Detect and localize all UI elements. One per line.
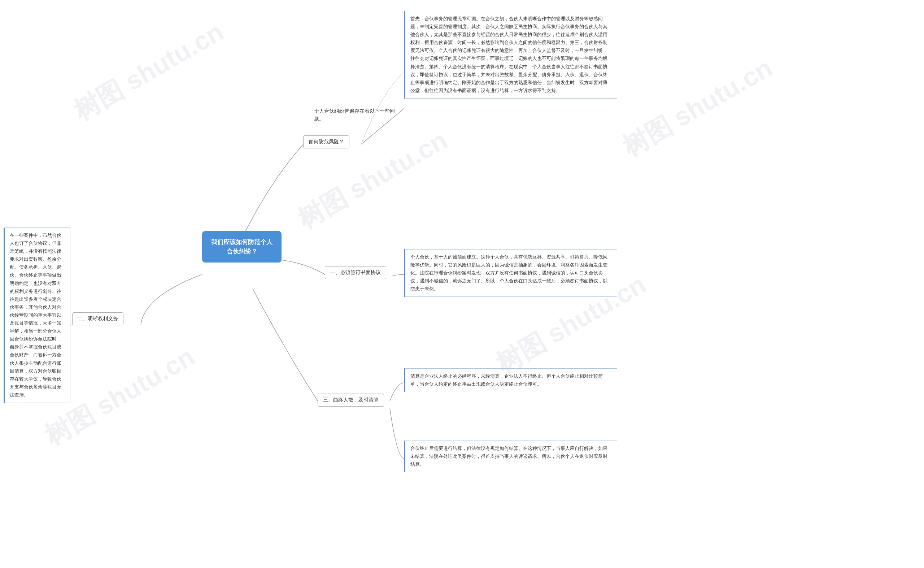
central-label: 我们应该如何防范个人合伙纠纷？ bbox=[211, 239, 273, 255]
top-right-label: 个人合伙纠纷普遍存在着以下一些问题。 bbox=[314, 107, 401, 123]
right-bottom-box-2: 合伙终止后需要进行结算，但法律没有规定如何结算。在这种情况下，当事人应自行解决，… bbox=[404, 441, 617, 472]
branch-label-1: 如何防范风险？ bbox=[309, 139, 344, 144]
sub-branch-written-agreement: 一、必须签订书面协议 bbox=[325, 266, 386, 279]
left-description-box: 在一些案件中，虽然合伙人也订了合伙协议，但非常笼统，并没有按照法律要求对出资数额… bbox=[4, 228, 70, 403]
right-bottom-box1-text: 清算是企业法人终止的必经程序，未经清算，企业法人不得终止。但个人合伙终止相对比较… bbox=[410, 372, 612, 388]
central-node: 我们应该如何防范个人合伙纠纷？ bbox=[202, 231, 282, 263]
watermark-4: 树图 shutu.cn bbox=[616, 51, 779, 164]
right-bottom-box-1: 清算是企业法人终止的必经程序，未经清算，企业法人不得终止。但个人合伙终止相对比较… bbox=[404, 368, 617, 392]
top-text-label-content: 个人合伙纠纷普遍存在着以下一些问题。 bbox=[314, 108, 395, 122]
right-mid-box-text: 个人合伙，基于人的诚信而建立。这种个人合伙，具有优势互补、资源共享、群策群力、降… bbox=[410, 253, 612, 293]
branch-how-prevent-risk: 如何防范风险？ bbox=[303, 135, 350, 148]
right-bottom-box2-text: 合伙终止后需要进行结算，但法律没有规定如何结算。在这种情况下，当事人应自行解决，… bbox=[410, 444, 612, 468]
branch-label-2: 二、明晰权利义务 bbox=[78, 316, 118, 321]
top-right-box-text: 首先，合伙事务的管理无章可循。在合伙之初，合伙人未明晰合作中的管理以及财务等敏感… bbox=[410, 15, 612, 95]
sub-branch-timely-settlement: 三、曲终人散，及时清算 bbox=[318, 394, 384, 406]
right-mid-description-box: 个人合伙，基于人的诚信而建立。这种个人合伙，具有优势互补、资源共享、群策群力、降… bbox=[404, 249, 617, 297]
left-box-text: 在一些案件中，虽然合伙人也订了合伙协议，但非常笼统，并没有按照法律要求对出资数额… bbox=[10, 231, 65, 399]
sub-branch-label-2: 三、曲终人散，及时清算 bbox=[323, 397, 378, 403]
watermark-1: 树图 shutu.cn bbox=[68, 14, 230, 128]
branch-clarify-rights: 二、明晰权利义务 bbox=[72, 312, 124, 325]
top-right-description-box: 首先，合伙事务的管理无章可循。在合伙之初，合伙人未明晰合作中的管理以及财务等敏感… bbox=[404, 11, 617, 98]
sub-branch-label-1: 一、必须签订书面协议 bbox=[330, 269, 381, 275]
